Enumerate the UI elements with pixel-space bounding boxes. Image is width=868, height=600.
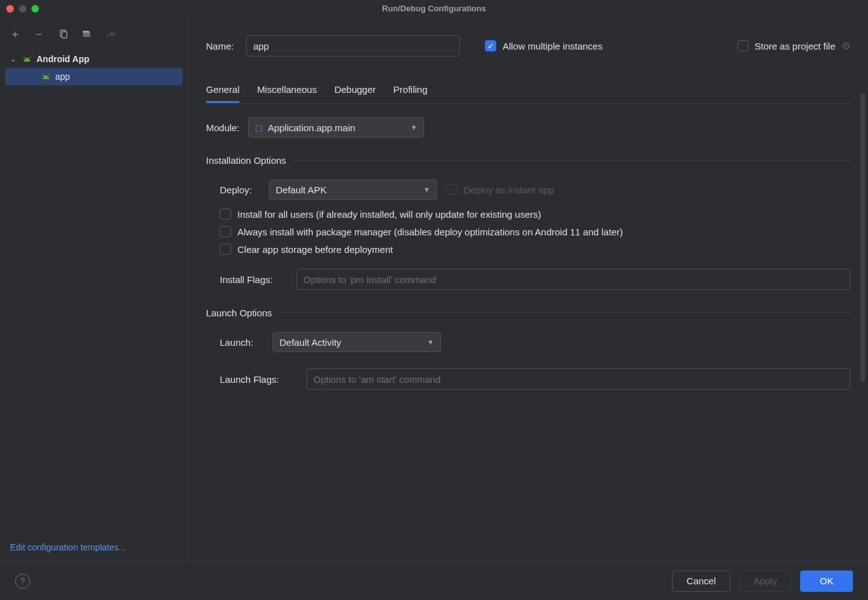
bottom-bar: ? Cancel Apply OK <box>0 561 868 600</box>
chevron-down-icon: ▼ <box>423 186 430 193</box>
android-icon <box>40 73 52 80</box>
checkbox-icon <box>446 184 457 195</box>
svg-line-8 <box>43 74 44 76</box>
tab-profiling[interactable]: Profiling <box>393 84 427 103</box>
sidebar: ＋ － ↓az ⌄ Android App app <box>0 18 188 561</box>
name-label: Name: <box>206 41 234 51</box>
section-installation: Installation Options <box>206 155 850 166</box>
tab-general[interactable]: General <box>206 84 239 103</box>
minimize-window-button <box>19 5 26 13</box>
clear-storage-checkbox[interactable]: Clear app storage before deployment <box>220 244 850 255</box>
svg-rect-1 <box>62 32 67 38</box>
gear-icon[interactable]: ⚙ <box>842 40 850 52</box>
titlebar: Run/Debug Configurations <box>0 0 868 18</box>
checkbox-icon <box>220 208 231 220</box>
window-controls <box>6 5 39 13</box>
svg-point-2 <box>25 59 26 60</box>
android-icon <box>21 55 33 63</box>
window-title: Run/Debug Configurations <box>382 4 486 13</box>
module-value: Application.app.main <box>268 122 355 133</box>
expand-icon[interactable]: ⌄ <box>9 55 18 63</box>
install-flags-label: Install Flags: <box>220 274 288 285</box>
deploy-select[interactable]: Default APK ▼ <box>269 179 437 200</box>
tree-item-app[interactable]: app <box>5 68 183 85</box>
cancel-button[interactable]: Cancel <box>672 571 730 592</box>
launch-label: Launch: <box>220 337 264 348</box>
launch-flags-input[interactable] <box>307 368 850 390</box>
scrollbar[interactable] <box>860 93 865 382</box>
checkbox-icon <box>220 226 231 237</box>
allow-multiple-label: Allow multiple instances <box>502 41 602 51</box>
tab-debugger[interactable]: Debugger <box>334 84 376 103</box>
add-config-icon[interactable]: ＋ <box>9 28 21 40</box>
tree-parent-label: Android App <box>36 54 89 64</box>
svg-line-9 <box>48 74 50 76</box>
tree-item-label: app <box>55 72 70 82</box>
svg-point-3 <box>28 59 30 60</box>
module-icon: ▢ <box>255 123 263 132</box>
deploy-instant-checkbox: Deploy as instant app <box>446 184 554 195</box>
chevron-down-icon: ▼ <box>427 338 434 346</box>
tabs: General Miscellaneous Debugger Profiling <box>206 84 850 104</box>
svg-line-4 <box>24 56 25 58</box>
checkbox-icon <box>737 40 749 51</box>
deploy-value: Default APK <box>276 185 327 195</box>
save-config-icon[interactable] <box>80 28 93 40</box>
copy-config-icon[interactable] <box>57 28 69 40</box>
launch-select[interactable]: Default Activity ▼ <box>273 332 441 352</box>
install-all-users-checkbox[interactable]: Install for all users (if already instal… <box>220 208 850 220</box>
module-select[interactable]: ▢ Application.app.main ▼ <box>248 117 424 137</box>
name-input[interactable] <box>246 35 460 56</box>
checkbox-icon: ✓ <box>485 40 496 51</box>
section-launch: Launch Options <box>206 308 850 318</box>
remove-config-icon[interactable]: － <box>33 28 45 40</box>
svg-point-6 <box>44 77 45 78</box>
edit-templates-link[interactable]: Edit configuration templates... <box>10 542 126 552</box>
config-tree: ⌄ Android App app <box>0 46 188 536</box>
svg-line-5 <box>30 56 31 58</box>
sort-icon[interactable]: ↓az <box>104 28 117 40</box>
close-window-button[interactable] <box>6 5 14 13</box>
allow-multiple-checkbox[interactable]: ✓ Allow multiple instances <box>485 40 602 51</box>
install-flags-input[interactable] <box>296 269 850 290</box>
checkbox-icon <box>220 244 231 255</box>
maximize-window-button[interactable] <box>31 5 39 13</box>
tab-miscellaneous[interactable]: Miscellaneous <box>257 84 317 103</box>
deploy-instant-label: Deploy as instant app <box>464 185 554 195</box>
store-project-label: Store as project file <box>755 41 835 51</box>
launch-value: Default Activity <box>279 337 341 348</box>
svg-point-7 <box>47 77 48 78</box>
deploy-label: Deploy: <box>220 185 260 195</box>
launch-flags-label: Launch Flags: <box>220 374 298 385</box>
help-icon[interactable]: ? <box>15 574 30 589</box>
sidebar-toolbar: ＋ － ↓az <box>0 21 188 46</box>
tree-parent-android-app[interactable]: ⌄ Android App <box>5 50 183 68</box>
chevron-down-icon: ▼ <box>410 124 417 131</box>
always-pkg-mgr-checkbox[interactable]: Always install with package manager (dis… <box>220 226 850 237</box>
store-project-checkbox[interactable]: Store as project file ⚙ <box>737 40 850 52</box>
module-label: Module: <box>206 122 239 133</box>
content-panel: Name: ✓ Allow multiple instances Store a… <box>188 18 868 561</box>
apply-button: Apply <box>739 571 792 592</box>
ok-button[interactable]: OK <box>800 571 853 592</box>
